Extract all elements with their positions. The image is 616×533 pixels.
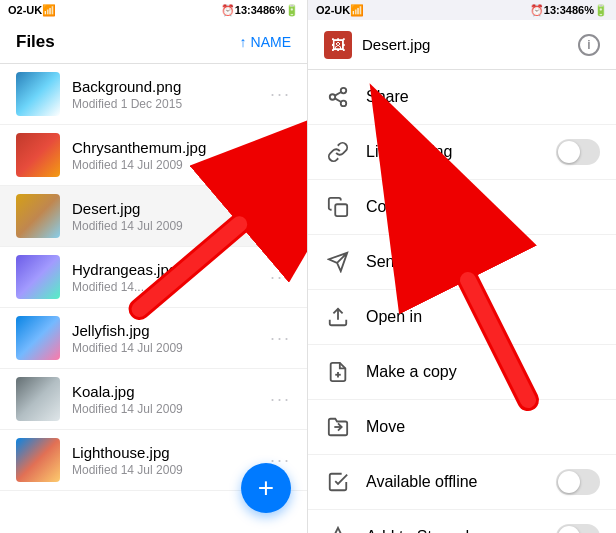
menu-item-available-offline[interactable]: Available offline — [308, 455, 616, 510]
file-thumbnail — [16, 316, 60, 360]
file-item[interactable]: Background.png Modified 1 Dec 2015 ··· — [0, 64, 307, 125]
menu-item-link-sharing[interactable]: Link sharing — [308, 125, 616, 180]
info-button[interactable]: i — [578, 34, 600, 56]
file-info: Desert.jpg Modified 14 Jul 2009 — [72, 200, 267, 233]
copy-link-icon — [324, 193, 352, 221]
battery-left: 86% — [263, 4, 285, 16]
move-icon — [324, 413, 352, 441]
add-icon: + — [258, 472, 274, 504]
file-info: Hydrangeas.jpg Modified 14... — [72, 261, 270, 294]
file-name: Koala.jpg — [72, 383, 270, 400]
share-label: Share — [366, 88, 600, 106]
file-item-desert[interactable]: Desert.jpg Modified 14 Jul 2009 ··· — [0, 186, 307, 247]
file-more-button[interactable]: ··· — [270, 389, 291, 410]
file-date: Modified 1 Dec 2015 — [72, 97, 270, 111]
left-panel: O2-UK 📶 ⏰ 13:34 86% 🔋 Files ↑ NAME Backg… — [0, 0, 308, 533]
alarm-icon-right: ⏰ — [530, 4, 544, 17]
star-icon — [324, 523, 352, 533]
add-starred-toggle[interactable] — [556, 524, 600, 533]
wifi-icon-right: 📶 — [350, 4, 364, 17]
left-status-bar: O2-UK 📶 ⏰ 13:34 86% 🔋 — [0, 0, 307, 20]
file-info: Koala.jpg Modified 14 Jul 2009 — [72, 383, 270, 416]
right-panel: O2-UK 📶 ⏰ 13:34 86% 🔋 🖼 Desert.jpg i Sha… — [308, 0, 616, 533]
menu-item-copy-link[interactable]: Copy link — [308, 180, 616, 235]
svg-line-4 — [335, 98, 341, 102]
file-more-button-active[interactable]: ··· — [267, 204, 291, 228]
file-info: Jellyfish.jpg Modified 14 Jul 2009 — [72, 322, 270, 355]
svg-marker-11 — [329, 528, 347, 533]
file-item[interactable]: Chrysanthemum.jpg Modified 14 Jul 2009 ·… — [0, 125, 307, 186]
file-name: Lighthouse.jpg — [72, 444, 270, 461]
move-label: Move — [366, 418, 600, 436]
menu-item-make-copy[interactable]: Make a copy — [308, 345, 616, 400]
add-fab-button[interactable]: + — [241, 463, 291, 513]
files-header: Files ↑ NAME — [0, 20, 307, 64]
file-thumbnail — [16, 194, 60, 238]
action-menu: Share Link sharing Copy l — [308, 70, 616, 533]
copy-link-label: Copy link — [366, 198, 600, 216]
file-date: Modified 14... — [72, 280, 270, 294]
files-title: Files — [16, 32, 55, 52]
file-more-button[interactable]: ··· — [270, 267, 291, 288]
send-copy-label: Send a copy — [366, 253, 600, 271]
file-info: Chrysanthemum.jpg Modified 14 Jul 2009 — [72, 139, 270, 172]
file-name: Background.png — [72, 78, 270, 95]
time-right: 13:34 — [544, 4, 572, 16]
offline-icon — [324, 468, 352, 496]
menu-item-move[interactable]: Move — [308, 400, 616, 455]
file-more-button[interactable]: ··· — [270, 84, 291, 105]
alarm-icon: ⏰ — [221, 4, 235, 17]
file-date: Modified 14 Jul 2009 — [72, 341, 270, 355]
file-name: Hydrangeas.jpg — [72, 261, 270, 278]
open-in-label: Open in — [366, 308, 600, 326]
file-name: Desert.jpg — [72, 200, 267, 217]
file-thumbnail — [16, 72, 60, 116]
file-info: Background.png Modified 1 Dec 2015 — [72, 78, 270, 111]
toggle-thumb — [558, 471, 580, 493]
carrier-left: O2-UK — [8, 4, 42, 16]
file-info: Lighthouse.jpg Modified 14 Jul 2009 — [72, 444, 270, 477]
file-more-button[interactable]: ··· — [270, 328, 291, 349]
toggle-thumb — [558, 526, 580, 533]
file-item[interactable]: Koala.jpg Modified 14 Jul 2009 ··· — [0, 369, 307, 430]
file-thumbnail — [16, 438, 60, 482]
file-item[interactable]: Hydrangeas.jpg Modified 14... ··· — [0, 247, 307, 308]
link-sharing-toggle[interactable] — [556, 139, 600, 165]
link-icon — [324, 138, 352, 166]
share-icon — [324, 83, 352, 111]
battery-right: 86% — [572, 4, 594, 16]
make-copy-icon — [324, 358, 352, 386]
wifi-icon: 📶 — [42, 4, 56, 17]
make-copy-label: Make a copy — [366, 363, 600, 381]
battery-icon-left: 🔋 — [285, 4, 299, 17]
link-sharing-label: Link sharing — [366, 143, 556, 161]
file-thumbnail — [16, 133, 60, 177]
sort-arrow: ↑ — [240, 34, 247, 50]
battery-icon-right: 🔋 — [594, 4, 608, 17]
file-item[interactable]: Jellyfish.jpg Modified 14 Jul 2009 ··· — [0, 308, 307, 369]
svg-line-5 — [335, 92, 341, 96]
file-date: Modified 14 Jul 2009 — [72, 402, 270, 416]
svg-rect-6 — [335, 204, 347, 216]
file-thumbnail — [16, 377, 60, 421]
svg-point-2 — [330, 94, 336, 100]
send-icon — [324, 248, 352, 276]
menu-item-share[interactable]: Share — [308, 70, 616, 125]
sort-label: NAME — [251, 34, 291, 50]
file-date: Modified 14 Jul 2009 — [72, 219, 267, 233]
menu-item-add-starred[interactable]: Add to Starred — [308, 510, 616, 533]
toggle-thumb — [558, 141, 580, 163]
add-starred-label: Add to Starred — [366, 528, 556, 533]
file-more-button[interactable]: ··· — [270, 145, 291, 166]
file-type-icon: 🖼 — [324, 31, 352, 59]
svg-point-1 — [341, 88, 347, 94]
sort-control[interactable]: ↑ NAME — [240, 34, 291, 50]
menu-item-send-copy[interactable]: Send a copy — [308, 235, 616, 290]
available-offline-toggle[interactable] — [556, 469, 600, 495]
right-status-bar: O2-UK 📶 ⏰ 13:34 86% 🔋 — [308, 0, 616, 20]
svg-point-3 — [341, 101, 347, 107]
file-date: Modified 14 Jul 2009 — [72, 463, 270, 477]
time-left: 13:34 — [235, 4, 263, 16]
menu-item-open-in[interactable]: Open in — [308, 290, 616, 345]
carrier-right: O2-UK — [316, 4, 350, 16]
